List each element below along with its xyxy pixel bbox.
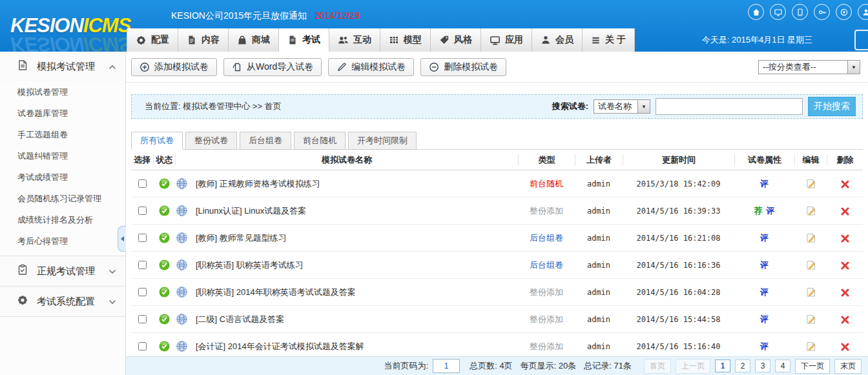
- globe-icon[interactable]: [176, 287, 187, 298]
- comment-flag[interactable]: 评: [760, 260, 769, 270]
- delete-icon[interactable]: [841, 261, 849, 270]
- status-ok-icon[interactable]: [159, 232, 170, 243]
- search-input[interactable]: [656, 98, 803, 115]
- edit-icon[interactable]: [805, 341, 816, 352]
- category-filter-select[interactable]: --按分类查看-- ▼: [758, 60, 860, 74]
- tab-frontend-random[interactable]: 前台随机: [294, 132, 346, 150]
- status-ok-icon[interactable]: [159, 178, 170, 189]
- sidebar-section-system-config[interactable]: 考试系统配置: [0, 286, 125, 317]
- mobile-icon[interactable]: [792, 4, 808, 20]
- edit-icon[interactable]: [805, 178, 816, 189]
- tab-mall[interactable]: 商城: [229, 28, 279, 52]
- home-icon[interactable]: [748, 4, 764, 20]
- last-page-button[interactable]: 末页: [834, 359, 862, 374]
- exam-type[interactable]: 后台组卷: [518, 259, 575, 271]
- globe-icon[interactable]: [176, 232, 187, 243]
- search-button[interactable]: 开始搜索: [808, 97, 856, 116]
- edit-icon[interactable]: [805, 314, 816, 325]
- prev-page-button[interactable]: 上一页: [676, 359, 710, 374]
- exam-name-link[interactable]: [教师] 教师常见题型练习: [196, 232, 287, 244]
- edit-icon[interactable]: [805, 287, 816, 298]
- tab-member[interactable]: 会员: [532, 28, 583, 52]
- sidebar-item-exam-reflection[interactable]: 考后心得管理: [0, 230, 125, 252]
- row-checkbox[interactable]: [138, 234, 147, 242]
- comment-flag[interactable]: 评: [760, 314, 769, 324]
- word-import-button[interactable]: 从Word导入试卷: [223, 58, 322, 76]
- delete-icon[interactable]: [841, 207, 849, 216]
- sidebar-item-manual-compose[interactable]: 手工选题组卷: [0, 124, 125, 145]
- edit-icon[interactable]: [805, 232, 816, 243]
- sidebar-section-formal-exam[interactable]: 正规考试管理: [0, 256, 125, 286]
- tab-style[interactable]: 风格: [431, 28, 481, 52]
- tab-about[interactable]: 关 于: [583, 28, 635, 52]
- add-exam-button[interactable]: 添加模拟试卷: [131, 58, 217, 76]
- globe-icon[interactable]: [176, 178, 187, 189]
- edit-exam-button[interactable]: 编辑模拟试卷: [328, 58, 414, 76]
- delete-icon[interactable]: [841, 343, 849, 351]
- comment-flag[interactable]: 评: [760, 287, 769, 297]
- tab-whole-papers[interactable]: 整份试卷: [185, 132, 237, 150]
- comment-flag[interactable]: 评: [760, 341, 769, 351]
- record-icon[interactable]: [836, 4, 852, 20]
- sidebar-collapse-handle[interactable]: [118, 226, 126, 252]
- status-ok-icon[interactable]: [159, 341, 170, 352]
- sidebar-item-score-mgmt[interactable]: 考试成绩管理: [0, 167, 125, 188]
- exam-name-link[interactable]: [教师] 正规教师资格考试模拟练习: [196, 178, 320, 190]
- delete-icon[interactable]: [841, 289, 849, 297]
- tab-interact[interactable]: 互动: [329, 28, 380, 52]
- exam-type[interactable]: 后台组卷: [518, 232, 575, 244]
- row-checkbox[interactable]: [138, 207, 147, 215]
- sidebar-item-error-correction[interactable]: 试题纠错管理: [0, 145, 125, 167]
- announcement-link[interactable]: KESION公司2015年元旦放假通知 2014/12/29: [171, 10, 360, 22]
- tab-exam[interactable]: 考试: [279, 28, 329, 52]
- tab-app[interactable]: 应用: [481, 28, 532, 52]
- search-field-select[interactable]: 试卷名称 ▼: [594, 99, 650, 114]
- sidebar-item-member-practice-records[interactable]: 会员随机练习记录管理: [0, 188, 125, 209]
- status-ok-icon[interactable]: [159, 259, 170, 270]
- edit-icon[interactable]: [805, 259, 816, 270]
- tab-content[interactable]: 内容: [178, 28, 229, 52]
- tab-backend-composed[interactable]: 后台组卷: [240, 132, 291, 150]
- comment-flag[interactable]: 评: [760, 179, 769, 188]
- page-button-2[interactable]: 2: [735, 360, 750, 372]
- status-ok-icon[interactable]: [159, 314, 170, 325]
- sidebar-item-score-ranking-analysis[interactable]: 成绩统计排名及分析: [0, 209, 125, 230]
- sidebar-item-question-bank[interactable]: 试卷题库管理: [0, 103, 125, 124]
- status-ok-icon[interactable]: [159, 205, 170, 216]
- delete-icon[interactable]: [841, 234, 849, 243]
- row-checkbox[interactable]: [138, 179, 147, 188]
- recommend-flag[interactable]: 荐: [754, 206, 763, 216]
- status-ok-icon[interactable]: [159, 287, 170, 298]
- delete-icon[interactable]: [841, 180, 849, 188]
- page-button-3[interactable]: 3: [755, 360, 770, 372]
- exam-name-link[interactable]: [二级] C语言试题及答案: [196, 314, 284, 325]
- globe-icon[interactable]: [176, 314, 187, 325]
- row-checkbox[interactable]: [138, 342, 147, 350]
- next-page-button[interactable]: 下一页: [795, 359, 830, 374]
- globe-icon[interactable]: [176, 205, 187, 216]
- first-page-button[interactable]: 首页: [644, 359, 671, 374]
- user-icon[interactable]: [858, 4, 868, 20]
- row-checkbox[interactable]: [138, 288, 147, 296]
- exam-name-link[interactable]: [会计证] 2014年会计证考试模拟试题及答案解: [196, 341, 364, 352]
- sidebar-section-mock-exam[interactable]: 模拟考试管理: [0, 52, 125, 81]
- globe-icon[interactable]: [176, 259, 187, 270]
- message-icon[interactable]: [770, 4, 786, 20]
- exam-name-link[interactable]: [Linunx认证] Linux试题及答案: [196, 205, 306, 217]
- row-checkbox[interactable]: [138, 261, 147, 269]
- delete-exam-button[interactable]: 删除模拟试卷: [420, 58, 506, 76]
- current-page-input[interactable]: [433, 359, 460, 373]
- tab-model[interactable]: 模型: [380, 28, 431, 52]
- comment-flag[interactable]: 评: [760, 233, 769, 243]
- tab-all-papers[interactable]: 所有试卷: [131, 132, 183, 150]
- tab-config[interactable]: 配置: [127, 28, 178, 52]
- exam-name-link[interactable]: [职称英语] 2014年职称英语考试试题及答案: [196, 287, 356, 298]
- sidebar-item-paper-mgmt[interactable]: 模拟试卷管理: [0, 81, 125, 103]
- globe-icon[interactable]: [176, 341, 187, 352]
- edit-icon[interactable]: [805, 205, 816, 216]
- tab-time-limited[interactable]: 开考时间限制: [348, 132, 417, 150]
- row-checkbox[interactable]: [138, 315, 147, 323]
- key-icon[interactable]: [814, 4, 830, 20]
- page-button-4[interactable]: 4: [775, 360, 790, 372]
- page-button-1[interactable]: 1: [715, 360, 730, 372]
